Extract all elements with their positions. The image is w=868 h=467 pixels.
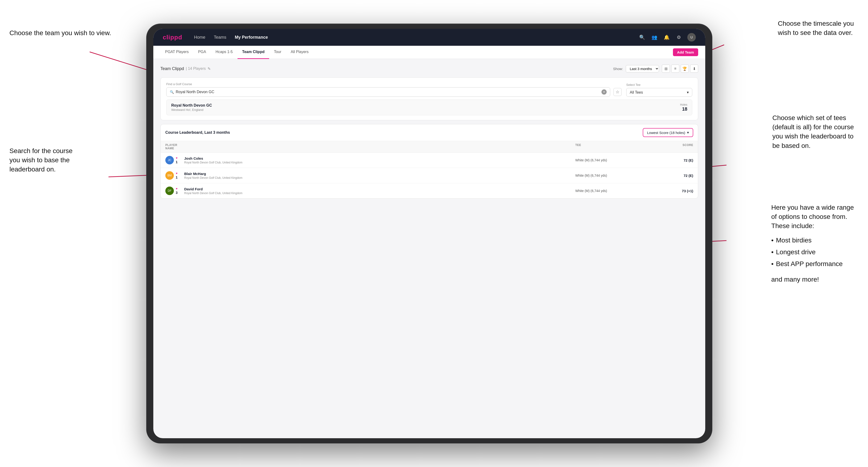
heart-icon-1: ♥ [176,156,177,160]
score-cell-2: 72 (E) [646,174,693,178]
app-chrome: clippd Home Teams My Performance 🔍 👥 🔔 ⚙… [153,29,705,438]
dropdown-chevron-icon: ▾ [687,130,689,135]
show-label: Show: [613,67,623,71]
course-result: Royal North Devon GC Westward Ho!, Engla… [166,99,692,115]
bell-icon[interactable]: 🔔 [663,33,670,41]
leaderboard-section: Course Leaderboard, Last 3 months Lowest… [160,124,698,198]
heart-icon-3: ♥ [176,187,177,190]
nav-logo: clippd [163,34,182,41]
table-row: DF ♥ 3 David Ford Royal North Devon Golf… [161,183,698,198]
clear-search-button[interactable]: ✕ [601,89,607,95]
tee-cell-1: White (M) (6,744 yds) [575,158,646,162]
nav-item-teams[interactable]: Teams [214,35,226,40]
view-icons: ⊞ ≡ 🏆 ⬇ [662,65,698,73]
player-avatar-1: JC [165,156,174,164]
download-button[interactable]: ⬇ [690,65,698,73]
top-nav: clippd Home Teams My Performance 🔍 👥 🔔 ⚙… [153,29,705,46]
holes-label: Holes [680,103,687,106]
tee-cell-2: White (M) (6,744 yds) [575,174,646,177]
annotation-choose-team: Choose the team you wish to view. [9,28,111,37]
nav-item-home[interactable]: Home [194,35,206,40]
player-count: | 14 Players [186,66,206,71]
tee-col: Select Tee All Tees ▾ [626,83,692,97]
player-avatar-3: DF [165,187,174,195]
list-view-button[interactable]: ≡ [671,65,679,73]
grid-view-button[interactable]: ⊞ [662,65,670,73]
search-icon[interactable]: 🔍 [638,33,646,41]
edit-icon[interactable]: ✎ [208,66,211,71]
score-type-label: Lowest Score (18 holes) [647,131,685,135]
trophy-view-button[interactable]: 🏆 [681,65,689,73]
sub-nav-pga[interactable]: PGA [193,46,211,59]
option-item: Best APP performance [776,258,854,270]
table-row: BM ♥ 1 Blair McHarg Royal North Devon Go… [161,168,698,183]
course-result-right: Holes 18 [680,103,687,112]
find-course-label: Find a Golf Course [166,82,621,86]
sub-nav-hcaps[interactable]: Hcaps 1-5 [211,46,238,59]
time-period-select[interactable]: Last 3 months [626,65,659,72]
select-tee-label: Select Tee [626,83,692,87]
player-info-1: Josh Coles Royal North Devon Golf Club, … [184,156,575,164]
annotation-tees-text: Choose which set of tees(default is all)… [772,114,854,149]
avatar[interactable]: U [687,33,696,41]
tee-value: All Tees [630,90,643,95]
leaderboard-title: Course Leaderboard, Last 3 months [165,130,230,135]
favorite-button[interactable]: ☆ [614,88,621,96]
player-info-3: David Ford Royal North Devon Golf Club, … [184,187,575,195]
rank-col-1: JC ♥ 1 [165,156,184,164]
leaderboard-header: Course Leaderboard, Last 3 months Lowest… [161,124,698,141]
player-name-1: Josh Coles [184,156,575,160]
score-type-dropdown[interactable]: Lowest Score (18 holes) ▾ [643,128,693,137]
score-cell-1: 72 (E) [646,158,693,162]
annotation-timescale-text: Choose the timescale youwish to see the … [778,20,854,36]
rank-col-3: DF ♥ 3 [165,187,184,195]
heart-icon-2: ♥ [176,172,177,175]
tablet-device: clippd Home Teams My Performance 🔍 👥 🔔 ⚙… [146,24,712,443]
add-team-button[interactable]: Add Team [673,49,698,56]
leaderboard-table: PLAYER NAME TEE SCORE JC ♥ 1 [161,141,698,198]
options-list: Most birdies Longest drive Best APP perf… [771,235,854,270]
annotation-search-course-text: Search for the courseyou wish to base th… [9,147,73,173]
nav-item-my-performance[interactable]: My Performance [235,35,268,40]
tee-cell-3: White (M) (6,744 yds) [575,189,646,193]
settings-icon[interactable]: ⚙ [675,33,683,41]
team-header-row: Team Clippd | 14 Players ✎ Show: Last 3 … [160,65,698,73]
player-name-3: David Ford [184,187,575,191]
score-cell-3: 73 (+1) [646,189,693,193]
and-more-text: and many more! [771,275,854,284]
holes-number: 18 [680,106,687,112]
rank-heart-2: ♥ 1 [176,172,178,179]
col-header-score: SCORE [646,144,693,150]
people-icon[interactable]: 👥 [651,33,658,41]
col-header-player: PLAYER NAME [165,144,184,150]
course-location: Westward Ho!, England [171,108,212,112]
sub-nav: PGAT Players PGA Hcaps 1-5 Team Clippd T… [153,46,705,59]
table-row: JC ♥ 1 Josh Coles Royal North Devon Golf… [161,153,698,168]
course-result-left: Royal North Devon GC Westward Ho!, Engla… [171,103,212,112]
show-controls: Show: Last 3 months ⊞ ≡ 🏆 ⬇ [613,65,698,73]
option-item: Longest drive [776,246,854,258]
annotation-options-text: Here you have a wide rangeof options to … [771,204,854,229]
col-header-empty [184,144,575,150]
course-search-wrap: 🔍 ✕ [166,87,610,97]
player-avatar-2: BM [165,171,174,180]
sub-nav-all-players[interactable]: All Players [286,46,313,59]
player-name-2: Blair McHarg [184,172,575,176]
search-area: Find a Golf Course 🔍 ✕ ☆ [160,77,698,120]
main-content: Team Clippd | 14 Players ✎ Show: Last 3 … [153,59,705,438]
sub-nav-pgat[interactable]: PGAT Players [160,46,193,59]
search-icon-small: 🔍 [170,90,174,94]
annotation-choose-team-text: Choose the team you wish to view. [9,29,111,36]
annotation-search-course: Search for the courseyou wish to base th… [9,146,73,174]
tablet-screen: clippd Home Teams My Performance 🔍 👥 🔔 ⚙… [153,29,705,438]
search-row: Find a Golf Course 🔍 ✕ ☆ [166,82,692,97]
nav-items: Home Teams My Performance [194,35,638,40]
player-club-3: Royal North Devon Golf Club, United King… [184,191,575,195]
tee-select[interactable]: All Tees ▾ [626,88,692,97]
find-course-col: Find a Golf Course 🔍 ✕ ☆ [166,82,621,97]
sub-nav-tour[interactable]: Tour [269,46,286,59]
course-search-input[interactable] [176,90,599,94]
annotation-timescale: Choose the timescale youwish to see the … [778,19,854,37]
sub-nav-team-clippd[interactable]: Team Clippd [238,46,269,59]
team-title: Team Clippd | 14 Players ✎ [160,66,211,71]
